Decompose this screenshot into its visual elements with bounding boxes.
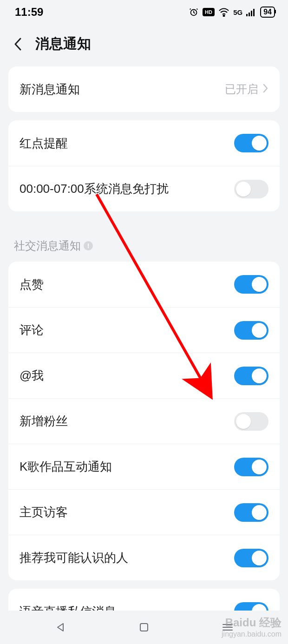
toggle-dnd[interactable] (234, 180, 268, 198)
row-label: 语音直播私信消息 (20, 604, 116, 611)
watermark-brand: Baidu 经验 (222, 616, 281, 630)
status-bar: 11:59 HD 5G 94 (0, 0, 288, 24)
toggle-comment[interactable] (234, 321, 268, 340)
chevron-right-icon (262, 83, 268, 95)
signal-icon (246, 8, 256, 16)
row-recommend: 推荐我可能认识的人 (8, 535, 280, 580)
info-icon[interactable]: ! (84, 241, 93, 250)
row-voice-dm: 语音直播私信消息 (8, 589, 280, 611)
row-label: @我 (20, 368, 44, 384)
row-kge: K歌作品互动通知 (8, 444, 280, 489)
watermark: Baidu 经验 jingyan.baidu.com (222, 616, 281, 638)
card-new-msg: 新消息通知 已开启 (8, 66, 280, 112)
svg-rect-9 (140, 624, 148, 631)
row-value: 已开启 (225, 82, 258, 97)
row-label: 评论 (20, 322, 44, 338)
page-header: 消息通知 (0, 24, 288, 66)
row-label: 新消息通知 (20, 81, 80, 98)
toggle-like[interactable] (234, 275, 268, 294)
row-like: 点赞 (8, 262, 280, 307)
toggle-voice-dm[interactable] (234, 602, 268, 611)
nav-back-button[interactable] (54, 621, 67, 634)
back-button[interactable] (11, 37, 25, 51)
row-red-dot: 红点提醒 (8, 120, 280, 166)
status-indicators: HD 5G 94 (189, 7, 275, 18)
row-label: 主页访客 (20, 504, 68, 520)
row-at-me: @我 (8, 353, 280, 398)
row-label: 推荐我可能认识的人 (20, 550, 128, 566)
section-social-title: 社交消息通知 ! (0, 220, 288, 262)
toggle-kge[interactable] (234, 458, 268, 476)
svg-rect-6 (251, 11, 252, 16)
row-visitor: 主页访客 (8, 489, 280, 535)
scroll-area[interactable]: 消息通知 新消息通知 已开启 红点提醒 00:00-07:00系统消息免打扰 社… (0, 24, 288, 611)
svg-rect-4 (246, 14, 248, 16)
row-dnd: 00:00-07:00系统消息免打扰 (8, 166, 280, 211)
svg-rect-5 (249, 13, 250, 16)
toggle-visitor[interactable] (234, 503, 268, 522)
toggle-new-fan[interactable] (234, 412, 268, 431)
nav-home-button[interactable] (137, 621, 151, 634)
toggle-recommend[interactable] (234, 549, 268, 567)
card-social: 点赞 评论 @我 新增粉丝 K歌作品互动通知 主页访客 推荐我可能认识的人 (8, 262, 280, 580)
section-label: 社交消息通知 (14, 238, 81, 253)
row-new-msg[interactable]: 新消息通知 已开启 (8, 66, 280, 112)
watermark-url: jingyan.baidu.com (222, 630, 281, 638)
toggle-red-dot[interactable] (234, 134, 268, 152)
page-title: 消息通知 (35, 34, 91, 53)
svg-text:HD: HD (205, 9, 212, 15)
row-label: 红点提醒 (20, 135, 68, 151)
row-label: K歌作品互动通知 (20, 459, 112, 475)
row-label: 新增粉丝 (20, 413, 68, 429)
wifi-icon (218, 7, 229, 17)
svg-rect-7 (253, 9, 255, 16)
hd-icon: HD (203, 8, 215, 16)
row-comment: 评论 (8, 307, 280, 353)
toggle-at-me[interactable] (234, 367, 268, 385)
row-new-fan: 新增粉丝 (8, 398, 280, 444)
card-alerts: 红点提醒 00:00-07:00系统消息免打扰 (8, 120, 280, 211)
row-label: 00:00-07:00系统消息免打扰 (20, 181, 169, 197)
battery-icon: 94 (260, 7, 275, 18)
status-time: 11:59 (15, 6, 43, 19)
row-label: 点赞 (20, 276, 44, 293)
svg-point-3 (223, 15, 225, 17)
network-label: 5G (233, 8, 242, 16)
alarm-icon (189, 7, 199, 17)
card-dm: 语音直播私信消息 好友私聊消息 (8, 589, 280, 611)
